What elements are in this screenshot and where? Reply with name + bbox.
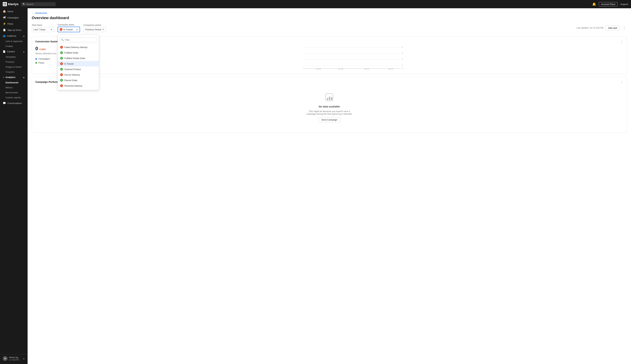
sidebar-item-dashboards[interactable]: Dashboards <box>6 80 28 85</box>
no-data-title: No data available <box>319 105 340 108</box>
dropdown-search-icon: 🔍 <box>61 38 64 41</box>
comparison-period-value: Previous Period <box>85 28 101 31</box>
page-title: Overview dashboard <box>32 16 627 20</box>
support-link[interactable]: Support <box>620 3 628 6</box>
dropdown-item-in-transit[interactable]: ● In Transit <box>58 61 99 66</box>
sidebar-label-audience: Audience <box>7 34 16 37</box>
svg-text:2: 2 <box>402 58 403 60</box>
dropdown-item-label: Received Delivery <box>64 84 82 87</box>
dropdown-item-failed-delivery[interactable]: ● Failed Delivery Attempt <box>58 44 99 50</box>
sidebar-item-templates[interactable]: Templates <box>6 54 28 60</box>
logo: klaviyo <box>3 2 19 6</box>
failed-delivery-icon: ● <box>60 46 63 48</box>
dropdown-item-fulfilled-partial[interactable]: ● Fulfilled Partial Order <box>58 56 99 61</box>
campaigns-metric-label: Campaigns <box>39 58 50 60</box>
dropdown-item-label: Ordered Product <box>64 68 81 70</box>
sidebar-item-products[interactable]: Products <box>6 60 28 64</box>
ordered-product-icon: ● <box>60 68 63 70</box>
dropdown-item-label: Fulfilled Partial Order <box>64 57 85 60</box>
search-bar[interactable]: 🔍 <box>21 2 56 6</box>
campaign-performance-header: Campaign Performance ⋮ <box>35 80 623 84</box>
filter-bar-right: Last updated: Jul 13 8:40 PM Add card ⋮ <box>576 26 627 30</box>
expand-user-icon: ▲ <box>23 358 25 360</box>
sidebar-item-benchmarks[interactable]: Benchmarks <box>6 90 28 95</box>
sidebar-item-profiles[interactable]: Profiles <box>6 44 28 49</box>
audience-icon: 👥 <box>3 34 6 37</box>
conversations-icon: 💬 <box>3 102 6 105</box>
sidebar-item-lists[interactable]: Lists & segments <box>6 39 28 44</box>
content-submenu: Templates Products Images & brand Coupon… <box>0 54 28 74</box>
back-arrow-icon: ← <box>32 12 34 14</box>
dropdown-search-inner: 🔍 <box>60 38 97 42</box>
conversion-summary-card: Conversion Summary ⋮ 0 0.00% Klaviyo att… <box>32 36 627 74</box>
svg-rect-0 <box>3 2 7 6</box>
dropdown-filter-input[interactable] <box>65 38 96 41</box>
dropdown-item-label: Placed Order <box>64 79 78 82</box>
conversion-summary-header: Conversion Summary ⋮ <box>35 40 623 44</box>
search-input[interactable] <box>26 3 51 6</box>
dropdown-item-placed-order[interactable]: ● Placed Order <box>58 78 99 83</box>
conversion-summary-kebab-button[interactable]: ⋮ <box>620 40 623 44</box>
notification-bell-icon[interactable]: 🔔 <box>592 2 596 6</box>
flows-metric-label: Flows <box>39 62 44 64</box>
chevron-up-icon-analytics: ▲ <box>23 76 25 78</box>
dropdown-item-label: Failed Delivery Attempt <box>64 46 87 48</box>
svg-text:Jul 06: Jul 06 <box>316 68 321 70</box>
dropdown-search-area: 🔍 <box>58 36 99 44</box>
time-frame-select[interactable]: Last 7 Days ▼ <box>32 27 54 32</box>
sidebar-item-metrics[interactable]: Metrics <box>6 85 28 90</box>
breadcrumb-text[interactable]: Dashboards <box>35 12 47 14</box>
chevron-down-icon: ▼ <box>50 28 52 30</box>
svg-text:Jul 10: Jul 10 <box>364 68 369 70</box>
breadcrumb[interactable]: ← Dashboards <box>32 12 627 14</box>
dropdown-item-label: Fulfilled Order <box>64 52 78 54</box>
chevron-down-icon-comparison: ▼ <box>102 28 104 30</box>
account-plans-button[interactable]: Account Plans <box>599 2 617 6</box>
campaigns-dot <box>35 58 37 60</box>
conversion-value: 0 <box>35 46 38 51</box>
send-campaign-button[interactable]: Send Campaign <box>318 117 340 122</box>
dropdown-item-ordered-product[interactable]: ● Ordered Product <box>58 66 99 72</box>
conversion-metric-select[interactable]: ● In Transit ▲ <box>58 27 80 32</box>
svg-rect-16 <box>327 98 328 100</box>
sidebar-label-conversations: Conversations <box>8 102 22 104</box>
sidebar-item-coupons[interactable]: Coupons <box>6 70 28 74</box>
sidebar: 🏠 Home 📢 Campaigns ⚡ Flows 📋 Sign-up for… <box>0 8 28 364</box>
sidebar-item-signup-forms[interactable]: 📋 Sign-up forms <box>0 27 28 33</box>
flows-icon: ⚡ <box>3 22 6 25</box>
sidebar-item-home[interactable]: 🏠 Home <box>0 8 28 14</box>
campaign-performance-kebab-button[interactable]: ⋮ <box>620 80 623 84</box>
sidebar-item-campaigns[interactable]: 📢 Campaigns <box>0 14 28 21</box>
page-kebab-button[interactable]: ⋮ <box>622 26 627 30</box>
conversion-chart: 4 3 2 1 0 <box>82 46 623 70</box>
fulfilled-order-icon: ● <box>60 51 63 54</box>
sidebar-label-content: Content <box>7 50 15 53</box>
cards-area: Conversion Summary ⋮ 0 0.00% Klaviyo att… <box>32 36 627 133</box>
svg-text:0: 0 <box>402 67 403 70</box>
conversion-metric-filter: Conversion metric ● In Transit ▲ 🔍 <box>58 24 80 32</box>
comparison-period-select[interactable]: Previous Period ▼ <box>83 27 106 32</box>
user-account-section[interactable]: H Heroic Ag... gc.lai@aftershi... ▲ <box>0 354 28 362</box>
sidebar-section-analytics[interactable]: ● Analytics ▲ <box>0 74 28 80</box>
main-content: ← Dashboards Overview dashboard Time fra… <box>28 8 631 364</box>
sidebar-section-audience[interactable]: 👥 Audience ▲ <box>0 33 28 39</box>
sidebar-label-home: Home <box>8 10 14 13</box>
analytics-icon: ● <box>3 76 4 78</box>
dropdown-item-received-delivery[interactable]: ● Received Delivery <box>58 83 99 88</box>
sidebar-item-conversations[interactable]: 💬 Conversations <box>0 100 28 106</box>
svg-text:3: 3 <box>402 52 403 54</box>
sidebar-item-flows[interactable]: ⚡ Flows <box>0 21 28 27</box>
audience-submenu: Lists & segments Profiles <box>0 39 28 49</box>
dropdown-item-label: In Transit <box>64 62 73 65</box>
sidebar-section-content[interactable]: 📄 Content ▲ <box>0 49 28 54</box>
add-card-button[interactable]: Add card <box>605 26 620 30</box>
conversion-metric-label: Conversion metric <box>58 24 80 26</box>
sidebar-item-images[interactable]: Images & brand <box>6 64 28 70</box>
analytics-submenu: Dashboards Metrics Benchmarks Custom rep… <box>0 80 28 100</box>
dropdown-item-fulfilled-order[interactable]: ● Fulfilled Order <box>58 50 99 56</box>
sidebar-item-custom-reports[interactable]: Custom reports <box>6 95 28 100</box>
received-delivery-icon: ● <box>60 84 63 87</box>
dropdown-item-out-for-delivery[interactable]: ● Out for Delivery <box>58 72 99 78</box>
top-navigation: klaviyo 🔍 🔔 Account Plans Support <box>0 0 631 8</box>
out-for-delivery-icon: ● <box>60 73 63 76</box>
